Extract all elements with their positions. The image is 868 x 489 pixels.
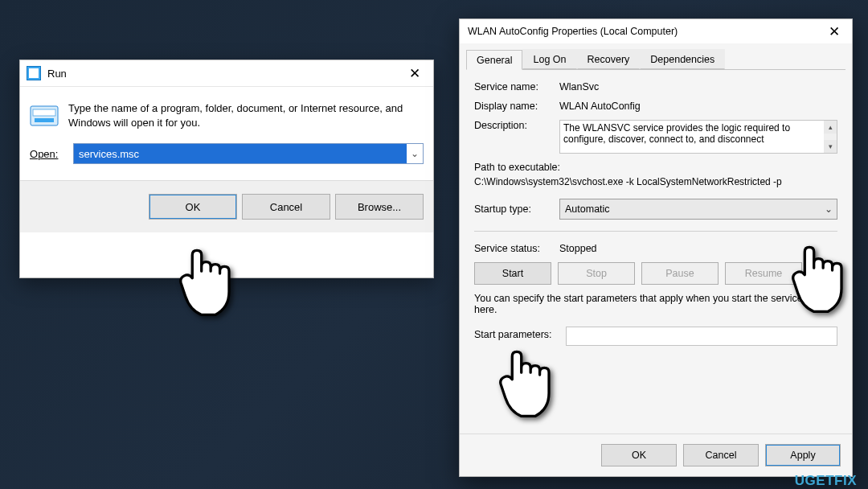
chevron-down-icon[interactable]: ⌄ <box>821 203 837 215</box>
value-service-name: WlanSvc <box>559 81 837 92</box>
titlebar[interactable]: Run ✕ <box>20 60 433 87</box>
pause-button: Pause <box>641 262 719 285</box>
title-text: WLAN AutoConfig Properties (Local Comput… <box>468 26 821 37</box>
browse-button[interactable]: Browse... <box>335 194 424 220</box>
run-body: Type the name of a program, folder, docu… <box>20 87 433 138</box>
resume-button: Resume <box>725 262 802 285</box>
open-combo[interactable]: ⌄ <box>73 143 424 164</box>
cancel-button[interactable]: Cancel <box>242 194 330 220</box>
label-description: Description: <box>474 120 559 154</box>
general-panel: Service name: WlanSvc Display name: WLAN… <box>460 70 852 434</box>
run-dialog: Run ✕ Type the name of a program, folder… <box>19 60 434 278</box>
chevron-down-icon[interactable]: ⌄ <box>407 148 423 159</box>
startup-type-value: Automatic <box>560 203 821 215</box>
service-control-buttons: Start Stop Pause Resume <box>474 262 837 285</box>
value-path: C:\Windows\system32\svchost.exe -k Local… <box>474 176 837 187</box>
svg-rect-1 <box>33 109 55 116</box>
system-icon <box>27 66 41 80</box>
titlebar[interactable]: WLAN AutoConfig Properties (Local Comput… <box>460 19 852 43</box>
scrollbar[interactable]: ▴ ▾ <box>824 121 837 153</box>
scroll-down-icon[interactable]: ▾ <box>824 140 837 153</box>
ok-button[interactable]: OK <box>601 444 677 466</box>
startup-type-combo[interactable]: Automatic ⌄ <box>559 199 837 220</box>
close-icon[interactable]: ✕ <box>821 19 847 43</box>
stop-button: Stop <box>558 262 635 285</box>
run-button-row: OK Cancel Browse... <box>20 180 433 232</box>
description-text: The WLANSVC service provides the logic r… <box>563 122 833 145</box>
tabs: General Log On Recovery Dependencies <box>466 47 845 70</box>
value-service-status: Stopped <box>559 243 837 254</box>
properties-dialog: WLAN AutoConfig Properties (Local Comput… <box>459 18 853 477</box>
label-service-name: Service name: <box>474 81 559 92</box>
close-icon[interactable]: ✕ <box>396 60 433 86</box>
start-button[interactable]: Start <box>474 262 551 285</box>
cancel-button[interactable]: Cancel <box>683 444 759 466</box>
note-text: You can specify the start parameters tha… <box>474 293 837 315</box>
label-path: Path to executable: <box>474 162 837 173</box>
label-start-parameters: Start parameters: <box>474 329 559 340</box>
label-service-status: Service status: <box>474 243 559 254</box>
start-parameters-input[interactable] <box>566 327 837 346</box>
tab-dependencies[interactable]: Dependencies <box>640 49 725 69</box>
open-label: Open: <box>30 148 65 160</box>
tab-general[interactable]: General <box>466 50 522 70</box>
label-display-name: Display name: <box>474 101 559 112</box>
open-input[interactable] <box>74 144 407 163</box>
open-row: Open: ⌄ <box>20 138 433 164</box>
title-text: Run <box>47 68 396 80</box>
ok-button[interactable]: OK <box>149 194 237 220</box>
label-startup-type: Startup type: <box>474 203 559 215</box>
scroll-up-icon[interactable]: ▴ <box>824 121 837 134</box>
value-display-name: WLAN AutoConfig <box>559 101 837 112</box>
run-icon <box>30 101 59 130</box>
tab-recovery[interactable]: Recovery <box>577 49 641 69</box>
watermark: UGETFIX <box>795 473 857 489</box>
tab-logon[interactable]: Log On <box>522 49 576 69</box>
run-instructions: Type the name of a program, folder, docu… <box>68 101 424 130</box>
footer-buttons: OK Cancel Apply <box>460 434 852 476</box>
apply-button[interactable]: Apply <box>765 444 841 466</box>
separator <box>474 231 837 232</box>
svg-rect-2 <box>35 118 54 122</box>
description-box[interactable]: The WLANSVC service provides the logic r… <box>559 120 837 154</box>
